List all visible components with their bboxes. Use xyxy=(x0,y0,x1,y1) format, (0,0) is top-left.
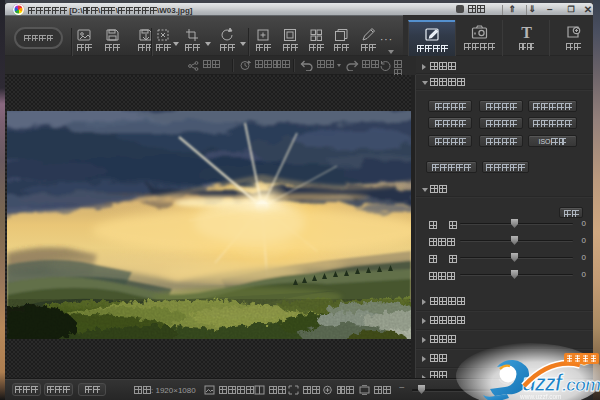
svg-text:T: T xyxy=(521,24,532,40)
